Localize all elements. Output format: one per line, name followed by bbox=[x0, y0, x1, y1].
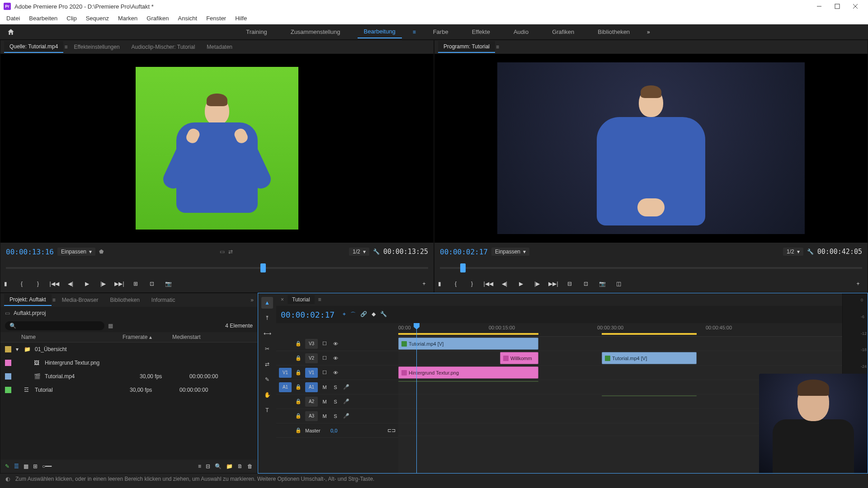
source-patch[interactable]: V1 bbox=[279, 368, 292, 378]
workspace-zusammenstellung[interactable]: Zusammenstellung bbox=[284, 26, 347, 38]
source-zoom-dropdown[interactable]: 1/2▾ bbox=[349, 248, 369, 256]
solo-button[interactable]: S bbox=[331, 383, 340, 391]
wrench-icon[interactable]: 🔧 bbox=[807, 249, 814, 255]
marker-icon[interactable]: ◆ bbox=[372, 311, 376, 319]
lift-icon[interactable]: ⊟ bbox=[565, 279, 575, 289]
toggle-icon[interactable]: ⇄ bbox=[228, 249, 233, 255]
master-value[interactable]: 0,0 bbox=[330, 428, 337, 433]
solo-button[interactable]: S bbox=[331, 398, 340, 406]
clip-video[interactable]: Tutorial.mp4 [V] bbox=[602, 352, 697, 364]
track-select-tool-icon[interactable]: ⤒ bbox=[261, 312, 273, 324]
ripple-edit-tool-icon[interactable]: ⟷ bbox=[261, 328, 273, 339]
add-marker-icon[interactable]: ▮ bbox=[434, 279, 444, 289]
trash-icon[interactable]: 🗑 bbox=[247, 463, 253, 469]
track-label[interactable]: A1 bbox=[305, 382, 318, 392]
clip-audio[interactable] bbox=[398, 381, 538, 382]
timeline-tab[interactable]: Tutorial bbox=[288, 295, 315, 304]
ratio-icon[interactable]: ▭ bbox=[220, 249, 225, 255]
eye-icon[interactable]: 👁 bbox=[331, 340, 340, 348]
menu-ansicht[interactable]: Ansicht bbox=[173, 13, 202, 23]
snap-icon[interactable]: ⌖ bbox=[343, 311, 346, 319]
sort-icon[interactable]: ≡ bbox=[198, 463, 201, 469]
add-marker-icon[interactable]: ▮ bbox=[0, 279, 10, 289]
panel-menu-icon[interactable]: ≡ bbox=[64, 44, 67, 50]
clip-video[interactable]: Tutorial.mp4 [V] bbox=[398, 338, 538, 350]
wrench-icon[interactable]: 🔧 bbox=[373, 249, 380, 255]
clip-graphic[interactable]: Willkomm bbox=[500, 352, 538, 364]
eye-icon[interactable]: 👁 bbox=[331, 354, 340, 362]
menu-fenster[interactable]: Fenster bbox=[202, 13, 231, 23]
panel-menu-icon[interactable]: ≡ bbox=[496, 44, 499, 50]
voiceover-icon[interactable]: 🎤 bbox=[342, 412, 350, 420]
project-tab-media-browser[interactable]: Media-Browser bbox=[57, 295, 104, 305]
workspace-bibliotheken[interactable]: Bibliotheken bbox=[591, 26, 636, 38]
program-scrubber[interactable] bbox=[434, 261, 868, 275]
timeline-ruler[interactable]: 00:00 00:00:15:00 00:00:30:00 00:00:45:0… bbox=[398, 323, 842, 337]
go-to-out-icon[interactable]: ▶▶| bbox=[114, 279, 124, 289]
source-patch[interactable]: A1 bbox=[279, 382, 292, 392]
project-row-video[interactable]: 🎬 Tutorial.mp4 30,00 fps 00:00:00:00 bbox=[0, 370, 257, 383]
source-viewer[interactable] bbox=[0, 54, 434, 243]
source-tab-quelle[interactable]: Quelle: Tutorial.mp4 bbox=[4, 41, 63, 53]
comp-view-icon[interactable]: ◫ bbox=[613, 279, 623, 289]
workspace-farbe[interactable]: Farbe bbox=[427, 26, 455, 38]
eye-icon[interactable]: 👁 bbox=[331, 369, 340, 377]
voiceover-icon[interactable]: 🎤 bbox=[342, 398, 350, 406]
track-head-v1[interactable]: V1 🔒 V1 ☐ 👁 bbox=[276, 366, 398, 380]
track-head-a1[interactable]: A1 🔒 A1 M S 🎤 bbox=[276, 380, 398, 394]
track-head-a2[interactable]: 🔒 A2 M S 🎤 bbox=[276, 394, 398, 409]
clip-audio[interactable] bbox=[602, 395, 697, 396]
menu-bearbeiten[interactable]: Bearbeiten bbox=[24, 13, 62, 23]
mark-in-icon[interactable]: { bbox=[17, 279, 27, 289]
program-fit-dropdown[interactable]: Einpassen▾ bbox=[491, 248, 529, 256]
magnet-icon[interactable]: ⌒ bbox=[350, 311, 356, 319]
pen-icon[interactable]: ✎ bbox=[5, 463, 9, 469]
hand-tool-icon[interactable]: ✋ bbox=[261, 389, 273, 401]
track-v3[interactable]: Tutorial.mp4 [V] bbox=[398, 337, 842, 351]
menu-datei[interactable]: Datei bbox=[2, 13, 24, 23]
step-back-icon[interactable]: ◀| bbox=[500, 279, 509, 289]
mark-out-icon[interactable]: } bbox=[467, 279, 477, 289]
go-to-in-icon[interactable]: |◀◀ bbox=[483, 279, 493, 289]
toggle-output-icon[interactable]: ☐ bbox=[321, 354, 329, 362]
mark-out-icon[interactable]: } bbox=[33, 279, 43, 289]
close-button[interactable] bbox=[846, 0, 864, 13]
mute-button[interactable]: M bbox=[321, 398, 329, 406]
play-around-icon[interactable]: ⊏⊐ bbox=[387, 427, 396, 433]
program-tab[interactable]: Programm: Tutorial bbox=[438, 41, 495, 53]
lock-icon[interactable]: 🔒 bbox=[294, 340, 302, 348]
track-head-v3[interactable]: 🔒 V3 ☐ 👁 bbox=[276, 337, 398, 351]
source-scrubber[interactable] bbox=[0, 261, 434, 275]
lock-icon[interactable]: 🔒 bbox=[294, 354, 302, 362]
track-label[interactable]: A3 bbox=[305, 411, 318, 421]
voiceover-icon[interactable]: 🎤 bbox=[342, 383, 350, 391]
track-label[interactable]: V1 bbox=[305, 368, 318, 378]
go-to-out-icon[interactable]: ▶▶| bbox=[548, 279, 558, 289]
list-view-icon[interactable]: ☰ bbox=[14, 463, 19, 469]
menu-hilfe[interactable]: Hilfe bbox=[231, 13, 251, 23]
mute-button[interactable]: M bbox=[321, 412, 329, 420]
lock-icon[interactable]: 🔒 bbox=[294, 427, 302, 435]
panel-menu-icon[interactable]: ≡ bbox=[318, 296, 321, 303]
bin-icon[interactable]: ▭ bbox=[5, 310, 10, 316]
project-tab-informatic[interactable]: Informatic bbox=[146, 295, 181, 305]
play-icon[interactable]: ▶ bbox=[516, 279, 526, 289]
menu-grafiken[interactable]: Grafiken bbox=[142, 13, 173, 23]
mute-button[interactable]: M bbox=[321, 383, 329, 391]
pen-tool-icon[interactable]: ✎ bbox=[261, 374, 273, 385]
timeline-timecode[interactable]: 00:00:02:17 bbox=[281, 310, 335, 319]
new-bin-icon[interactable]: 📁 bbox=[226, 463, 233, 469]
mark-in-icon[interactable]: { bbox=[451, 279, 461, 289]
workspace-audio[interactable]: Audio bbox=[507, 26, 535, 38]
minimize-button[interactable] bbox=[810, 0, 828, 13]
track-label[interactable]: A2 bbox=[305, 397, 318, 407]
export-frame-icon[interactable]: 📷 bbox=[597, 279, 607, 289]
project-row-bin[interactable]: ▾ 📁 01_Übersicht bbox=[0, 343, 257, 356]
toggle-output-icon[interactable]: ☐ bbox=[321, 369, 329, 377]
razor-tool-icon[interactable]: ✂ bbox=[261, 343, 273, 355]
col-framerate[interactable]: Framerate▴ bbox=[123, 334, 172, 340]
lock-icon[interactable]: 🔒 bbox=[294, 398, 302, 406]
home-icon[interactable] bbox=[5, 27, 16, 38]
marker-icon[interactable]: ⬟ bbox=[99, 249, 104, 255]
track-v2[interactable]: Willkomm Tutorial.mp4 [V] bbox=[398, 351, 842, 366]
